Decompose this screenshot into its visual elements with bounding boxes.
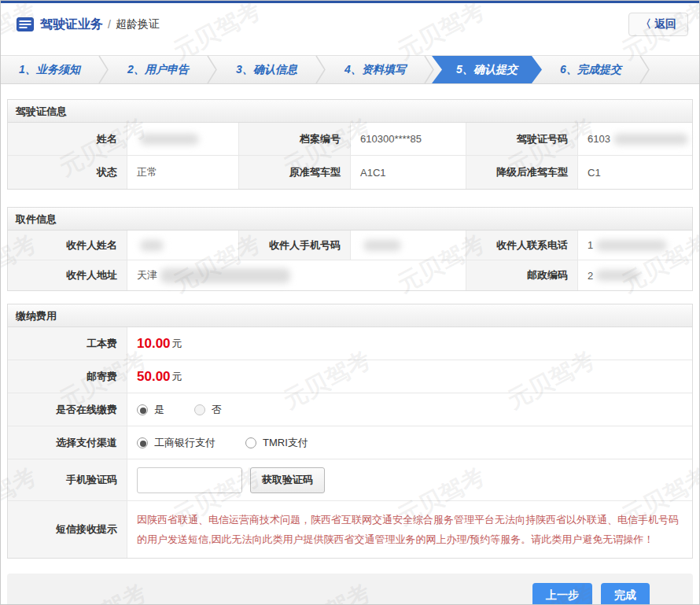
- step-separator-icon: [639, 55, 650, 84]
- footer-bar: 上一步 完成: [7, 574, 693, 605]
- table-row: 选择支付渠道 工商银行支付 TMRI支付: [8, 426, 692, 459]
- redacted-blur: [160, 268, 290, 283]
- redacted-blur: [363, 240, 401, 251]
- payment-section: 缴纳费用 工本费 10.00元 邮寄费 50.00元 是否在线缴费 是 否 选择…: [7, 304, 693, 559]
- sms-notice-text: 因陕西省联通、电信运营商技术问题，陕西省互联网交通安全综合服务管理平台无法向持陕…: [137, 502, 692, 558]
- step-2[interactable]: 2、用户申告: [109, 56, 207, 83]
- file-number-value: 610300****85: [351, 123, 466, 156]
- online-pay-option-no[interactable]: 否: [194, 403, 222, 417]
- production-fee-value: 10.00元: [127, 327, 692, 360]
- online-pay-option-yes[interactable]: 是: [137, 403, 164, 417]
- table-row: 手机验证码 获取验证码: [8, 459, 692, 501]
- channel-option-icbc[interactable]: 工商银行支付: [137, 436, 216, 450]
- page-title: 驾驶证业务: [40, 17, 103, 33]
- page: 元贝驾考元贝驾考元贝驾考元贝驾考元贝驾考元贝驾考元贝驾考元贝驾考元贝驾考元贝驾考…: [0, 0, 700, 605]
- step-3[interactable]: 3、确认信息: [218, 56, 315, 83]
- table-row: 姓名 档案编号 610300****85 驾驶证号码 6103: [8, 123, 692, 156]
- original-class-label: 原准驾车型: [239, 156, 351, 189]
- sms-code-field: 获取验证码: [127, 459, 692, 501]
- recipient-mobile-value: [351, 231, 466, 260]
- pickup-section-title: 取件信息: [8, 208, 692, 231]
- downgraded-class-label: 降级后准驾车型: [466, 156, 578, 189]
- payment-channel-options: 工商银行支付 TMRI支付: [127, 426, 692, 459]
- recipient-phone-label: 收件人联系电话: [466, 231, 578, 260]
- status-label: 状态: [8, 156, 127, 189]
- table-row: 短信接收提示 因陕西省联通、电信运营商技术问题，陕西省互联网交通安全综合服务管理…: [8, 501, 692, 558]
- table-row: 状态 正常 原准驾车型 A1C1 降级后准驾车型 C1: [8, 156, 692, 189]
- table-row: 收件人姓名 收件人手机号码 收件人联系电话 1: [8, 231, 692, 260]
- get-sms-code-button[interactable]: 获取验证码: [250, 467, 325, 493]
- status-value: 正常: [127, 156, 239, 189]
- step-4[interactable]: 4、资料填写: [326, 56, 424, 83]
- redacted-blur: [613, 134, 688, 145]
- sms-notice-value: 因陕西省联通、电信运营商技术问题，陕西省互联网交通安全综合服务管理平台无法向持陕…: [127, 501, 692, 558]
- radio-unselected-icon[interactable]: [245, 437, 256, 448]
- table-row: 邮寄费 50.00元: [8, 360, 692, 393]
- step-separator-icon: [98, 55, 109, 84]
- mailing-fee-label: 邮寄费: [8, 360, 127, 393]
- table-row: 工本费 10.00元: [8, 327, 692, 360]
- sms-notice-label: 短信接收提示: [8, 501, 127, 558]
- recipient-address-value: 天津: [127, 260, 466, 290]
- recipient-phone-value: 1: [578, 231, 692, 260]
- production-fee-label: 工本费: [8, 327, 127, 360]
- step-wizard: 1、业务须知 2、用户申告 3、确认信息 4、资料填写 5、确认提交 6、完成提…: [1, 55, 699, 84]
- chevron-left-icon: 〈: [640, 17, 651, 31]
- step-5[interactable]: 5、确认提交: [432, 56, 542, 83]
- sms-code-input[interactable]: [137, 467, 242, 493]
- license-number-value: 6103: [578, 123, 692, 156]
- sms-code-label: 手机验证码: [8, 459, 127, 501]
- step-separator-icon: [315, 55, 326, 84]
- table-row: 收件人地址 天津 邮政编码 2: [8, 260, 692, 290]
- header: 驾驶证业务 / 超龄换证 〈 返回: [1, 3, 699, 46]
- online-pay-options: 是 否: [127, 393, 692, 426]
- name-value: [127, 123, 239, 156]
- channel-option-tmri[interactable]: TMRI支付: [245, 436, 308, 450]
- breadcrumb-separator: /: [108, 18, 111, 31]
- previous-step-button[interactable]: 上一步: [532, 583, 592, 605]
- back-button-label: 返回: [654, 17, 676, 31]
- pickup-info-section: 取件信息 收件人姓名 收件人手机号码 收件人联系电话 1 收件人地址 天津 邮政…: [7, 207, 693, 291]
- original-class-value: A1C1: [351, 156, 466, 189]
- payment-section-title: 缴纳费用: [8, 304, 692, 327]
- name-label: 姓名: [8, 123, 127, 156]
- postal-code-value: 2: [578, 260, 692, 290]
- payment-channel-label: 选择支付渠道: [8, 426, 127, 459]
- radio-selected-icon[interactable]: [137, 437, 148, 448]
- license-info-section: 驾驶证信息 姓名 档案编号 610300****85 驾驶证号码 6103 状态…: [7, 99, 693, 190]
- step-1[interactable]: 1、业务须知: [1, 56, 98, 83]
- back-button[interactable]: 〈 返回: [628, 13, 688, 36]
- license-section-title: 驾驶证信息: [8, 100, 692, 123]
- breadcrumb-current: 超龄换证: [116, 17, 160, 31]
- online-pay-label: 是否在线缴费: [8, 393, 127, 426]
- license-number-label: 驾驶证号码: [466, 123, 578, 156]
- downgraded-class-value: C1: [578, 156, 692, 189]
- radio-selected-icon[interactable]: [137, 404, 148, 415]
- radio-unselected-icon[interactable]: [194, 404, 205, 415]
- table-row: 是否在线缴费 是 否: [8, 393, 692, 426]
- redacted-blur: [596, 240, 667, 251]
- recipient-name-value: [127, 231, 239, 260]
- recipient-name-label: 收件人姓名: [8, 231, 127, 260]
- file-number-label: 档案编号: [239, 123, 351, 156]
- redacted-blur: [140, 240, 164, 251]
- recipient-mobile-label: 收件人手机号码: [239, 231, 351, 260]
- step-6[interactable]: 6、完成提交: [542, 56, 639, 83]
- redacted-blur: [596, 270, 639, 281]
- finish-button[interactable]: 完成: [601, 583, 650, 605]
- step-separator-icon: [207, 55, 218, 84]
- recipient-address-label: 收件人地址: [8, 260, 127, 290]
- redacted-blur: [140, 134, 199, 145]
- postal-code-label: 邮政编码: [466, 260, 578, 290]
- license-business-icon: [17, 17, 34, 31]
- mailing-fee-value: 50.00元: [127, 360, 692, 393]
- step-separator-icon: [424, 55, 435, 84]
